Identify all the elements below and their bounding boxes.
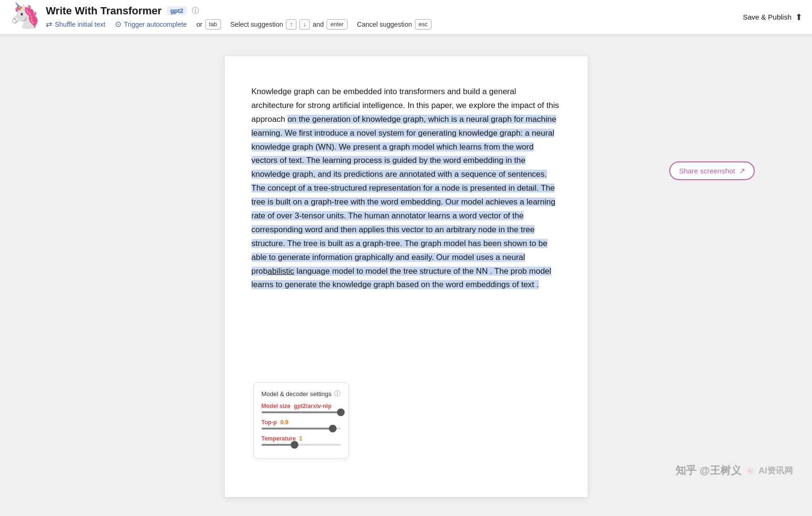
save-publish-button[interactable]: Save & Publish ⬆ (743, 12, 802, 22)
temperature-slider-fill (262, 444, 295, 446)
export-icon: ⬆ (795, 12, 802, 22)
trigger-autocomplete-button[interactable]: ⊙ Trigger autocomplete (115, 20, 187, 29)
shuffle-label: Shuffle initial text (55, 21, 105, 28)
main-area: Knowledge graph can be embedded into tra… (0, 37, 812, 516)
header-actions: ⇄ Shuffle initial text ⊙ Trigger autocom… (46, 19, 432, 30)
or-label: or (196, 21, 202, 28)
model-size-label: Model size gpt2/arxiv-nlp (262, 403, 341, 409)
save-publish-label: Save & Publish (743, 13, 791, 21)
and-label: and (313, 21, 324, 28)
settings-title-label: Model & decoder settings (262, 390, 332, 398)
model-size-slider-thumb[interactable] (337, 408, 345, 416)
info-icon[interactable]: ⓘ (192, 6, 199, 15)
app-logo: 🦄 (10, 3, 38, 32)
temperature-label: Temperature 1 (262, 435, 341, 442)
settings-title: Model & decoder settings ⓘ (262, 389, 341, 398)
temperature-value: 1 (299, 435, 303, 442)
model-size-row: Model size gpt2/arxiv-nlp (262, 403, 341, 413)
watermark-site: AI资讯网 (759, 465, 793, 476)
header: 🦄 Write With Transformer gpt2 ⓘ ⇄ Shuffl… (0, 0, 812, 34)
title-row: Write With Transformer gpt2 ⓘ (46, 5, 432, 17)
topp-slider-track[interactable] (262, 428, 341, 430)
model-size-value: gpt2/arxiv-nlp (294, 403, 332, 409)
header-right: Save & Publish ⬆ (743, 12, 802, 22)
text-underline-word: abilistic (268, 267, 295, 276)
text-highlighted-block: on the generation of knowledge graph, wh… (252, 115, 557, 290)
editor-text[interactable]: Knowledge graph can be embedded into tra… (252, 85, 561, 292)
app-title: Write With Transformer (46, 5, 162, 17)
share-screenshot-label: Share screenshot (679, 167, 735, 175)
header-center: Write With Transformer gpt2 ⓘ ⇄ Shuffle … (46, 5, 432, 30)
settings-panel: Model & decoder settings ⓘ Model size gp… (253, 382, 349, 459)
autocomplete-icon: ⊙ (115, 20, 121, 29)
or-group: or tab (196, 19, 221, 30)
shuffle-button[interactable]: ⇄ Shuffle initial text (46, 20, 105, 29)
esc-key: esc (415, 19, 432, 30)
up-arrow-key: ↑ (286, 19, 296, 30)
down-arrow-key: ↓ (299, 19, 310, 30)
trigger-label: Trigger autocomplete (124, 21, 187, 28)
topp-slider-thumb[interactable] (329, 425, 337, 432)
topp-label: Top-p 0.9 (262, 419, 341, 426)
select-suggestion-group: Select suggestion ↑ ↓ and enter (231, 19, 348, 30)
enter-key: enter (327, 19, 347, 30)
tab-key: tab (205, 19, 221, 30)
settings-info-icon: ⓘ (334, 389, 340, 398)
model-badge: gpt2 (167, 6, 187, 15)
topp-row: Top-p 0.9 (262, 419, 341, 430)
editor-panel[interactable]: Knowledge graph can be embedded into tra… (225, 56, 588, 497)
topp-slider-fill (262, 428, 333, 430)
model-size-slider-fill (262, 411, 341, 413)
share-screenshot-button[interactable]: Share screenshot ↗ (669, 161, 755, 180)
temperature-row: Temperature 1 (262, 435, 341, 446)
cancel-label: Cancel suggestion (357, 21, 412, 28)
watermark-badge: 🌸 (745, 466, 755, 475)
topp-value: 0.9 (280, 419, 288, 426)
shuffle-icon: ⇄ (46, 20, 52, 29)
watermark: 知乎 @王树义 🌸 AI资讯网 (675, 463, 793, 478)
temperature-slider-thumb[interactable] (291, 441, 298, 449)
model-size-slider-track[interactable] (262, 411, 341, 413)
select-label: Select suggestion (231, 21, 284, 28)
share-screenshot-icon: ↗ (739, 166, 745, 175)
cancel-suggestion-group: Cancel suggestion esc (357, 19, 432, 30)
temperature-slider-track[interactable] (262, 444, 341, 446)
watermark-text: 知乎 @王树义 (675, 463, 741, 478)
